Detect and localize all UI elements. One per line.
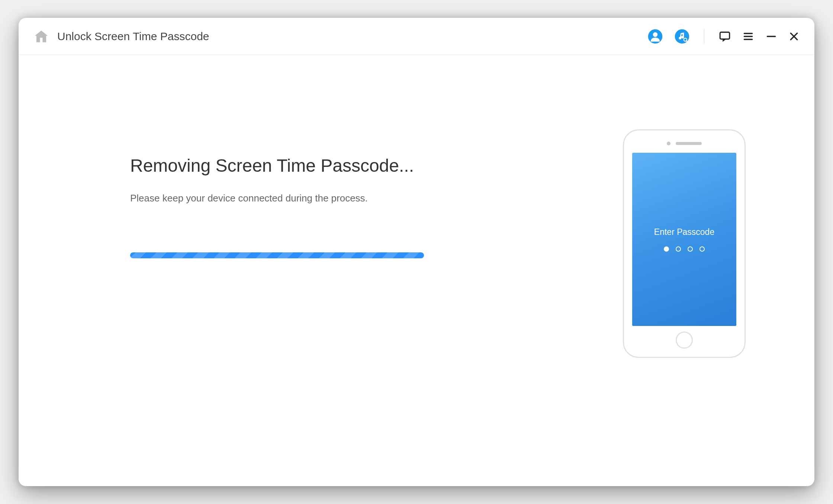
music-search-icon[interactable] [674,29,690,44]
phone-home-button [676,332,693,349]
home-icon[interactable] [33,29,49,44]
content: Removing Screen Time Passcode... Please … [19,55,814,486]
titlebar: Unlock Screen Time Passcode [19,18,814,55]
phone-screen: Enter Passcode [632,153,736,326]
feedback-icon[interactable] [718,30,731,43]
passcode-dot-2 [676,246,681,252]
passcode-dots [664,246,705,252]
titlebar-divider [704,29,704,44]
menu-icon[interactable] [742,30,754,42]
progress-bar [130,252,424,258]
status-heading: Removing Screen Time Passcode... [130,155,606,176]
titlebar-left: Unlock Screen Time Passcode [33,29,209,44]
phone-speaker [676,142,702,145]
phone-top-sensors [667,142,702,145]
passcode-dot-4 [699,246,705,252]
status-panel: Removing Screen Time Passcode... Please … [130,129,606,486]
svg-point-1 [653,32,658,37]
svg-rect-5 [720,32,730,39]
account-icon[interactable] [647,29,663,44]
app-window: Unlock Screen Time Passcode [19,18,814,486]
status-subtext: Please keep your device connected during… [130,193,606,204]
minimize-button[interactable] [765,30,777,42]
phone-camera-dot [667,142,670,145]
close-button[interactable] [788,31,800,42]
passcode-dot-1 [664,246,669,252]
page-title: Unlock Screen Time Passcode [57,30,209,43]
passcode-dot-3 [688,246,693,252]
phone-illustration: Enter Passcode [623,129,746,358]
titlebar-right [647,29,800,44]
phone-screen-label: Enter Passcode [654,227,714,237]
device-illustration-column: Enter Passcode [606,129,762,486]
